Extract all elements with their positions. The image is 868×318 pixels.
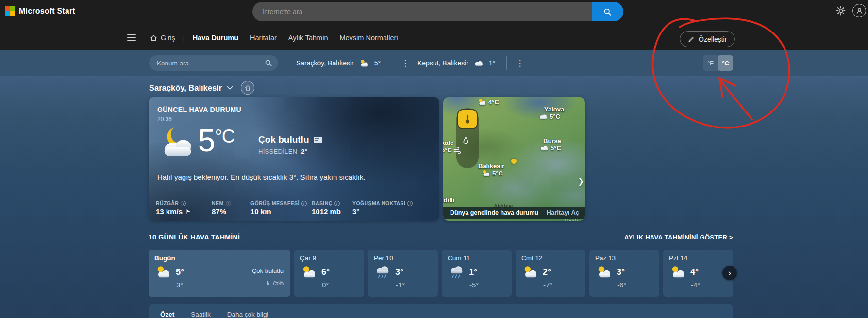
sun-cloud-icon xyxy=(595,265,613,279)
forecast-next-button[interactable]: › xyxy=(722,266,737,280)
web-search-input[interactable] xyxy=(252,2,592,21)
open-map-link[interactable]: Haritayı Aç xyxy=(547,209,579,216)
customize-button[interactable]: Özelleştir xyxy=(680,31,735,47)
pinned-location-name: Saraçköy, Balıkesir xyxy=(296,59,354,67)
sun-cloud-icon xyxy=(154,265,172,279)
forecast-day[interactable]: Çar 9 6° 0° xyxy=(294,250,364,297)
web-search-button[interactable] xyxy=(592,2,623,21)
unit-fahrenheit-button[interactable]: °F xyxy=(703,55,718,71)
wind-direction-icon xyxy=(185,209,191,215)
microsoft-logo-icon xyxy=(5,6,15,16)
nav-divider: | xyxy=(183,34,185,42)
info-icon[interactable]: i xyxy=(301,201,307,206)
map-place-usak: Uşak xyxy=(564,218,578,221)
map-label-bursa: Bursa 5°C xyxy=(539,137,561,152)
location-bar: Saraçköy, Balıkesir 5° ⋮ Kepsut, Balıkes… xyxy=(0,50,868,76)
temperature-layer-button[interactable] xyxy=(457,109,478,129)
pinned-location-name: Kepsut, Balıkesir xyxy=(417,59,468,67)
sun-cloud-icon xyxy=(521,265,539,279)
forecast-day[interactable]: Paz 13 3° -6° xyxy=(589,250,659,297)
kebab-menu-icon[interactable]: ⋮ xyxy=(513,58,527,68)
kebab-menu-icon[interactable]: ⋮ xyxy=(398,58,412,68)
location-search-input[interactable] xyxy=(157,60,265,67)
home-icon xyxy=(150,34,158,42)
home-location-button[interactable] xyxy=(241,81,254,95)
top-app-bar: Microsoft Start Giriş | Hava Durumu Hari… xyxy=(0,0,868,50)
feels-like: HİSSEDİLEN2° xyxy=(258,148,307,155)
sun-dot-icon xyxy=(511,159,517,164)
nav-item-home[interactable]: Giriş xyxy=(150,34,175,42)
gear-icon[interactable] xyxy=(836,6,846,16)
tab-ozet[interactable]: Özet xyxy=(160,311,174,318)
brand-title: Microsoft Start xyxy=(19,7,75,16)
stat-dew-point: YOĞUŞMA NOKTASIi 3° xyxy=(352,200,430,216)
cloud-icon xyxy=(538,113,548,120)
map-footer-text: Dünya genelinde hava durumu xyxy=(450,209,538,216)
droplet-icon xyxy=(266,280,270,286)
precipitation-layer-button[interactable] xyxy=(462,136,469,145)
info-icon[interactable]: i xyxy=(181,201,186,206)
moon-cloud-icon xyxy=(157,126,197,159)
stat-humidity: NEMi 87% xyxy=(212,200,250,216)
forecast-day-today[interactable]: Bugün 5° 3° Çok bulutlu 75% xyxy=(149,250,290,297)
info-icon[interactable]: i xyxy=(226,201,231,206)
pinned-location-temp: 5° xyxy=(374,59,381,67)
map-label-north: 4°C xyxy=(477,98,499,106)
brand[interactable]: Microsoft Start xyxy=(5,6,75,16)
map-label-balikesir: Balıkesir 5°C xyxy=(478,162,504,177)
hamburger-menu-icon[interactable] xyxy=(127,34,136,41)
monthly-forecast-link[interactable]: AYLIK HAVA TAHMİNİNİ GÖSTER > xyxy=(624,234,733,241)
search-icon xyxy=(265,59,272,67)
nav-item-mevsim-normalleri[interactable]: Mevsim Normalleri xyxy=(339,34,398,42)
current-temperature: 5°C xyxy=(198,123,234,159)
nav-item-haritalar[interactable]: Haritalar xyxy=(250,34,277,42)
nav-home-label: Giriş xyxy=(161,34,175,42)
rain-cloud-icon xyxy=(374,265,391,279)
pinned-location-sarackoy[interactable]: Saraçköy, Balıkesir 5° ⋮ xyxy=(296,50,412,76)
divider xyxy=(506,56,507,70)
info-icon[interactable]: i xyxy=(334,201,340,206)
info-icon[interactable]: i xyxy=(407,201,413,206)
nav-item-hava-durumu[interactable]: Hava Durumu xyxy=(193,34,238,42)
current-weather-card[interactable]: GÜNCEL HAVA DURUMU 20:36 5°C Çok bulutlu… xyxy=(149,97,439,221)
weather-alert-icon[interactable] xyxy=(314,137,322,143)
current-weather-title: GÜNCEL HAVA DURUMU xyxy=(157,106,241,113)
current-weather-stats: RÜZGÂRi 13 km/s NEMi 87% GÖRÜŞ MESAFESİi… xyxy=(156,200,430,216)
current-weather-time: 20:36 xyxy=(157,116,172,123)
map-label-canakkale-partial: kale 5°C xyxy=(443,139,462,154)
forecast-day[interactable]: Cmt 12 2° -7° xyxy=(516,250,585,297)
forecast-header: 10 GÜNLÜK HAVA TAHMİNİ AYLIK HAVA TAHMİN… xyxy=(149,233,733,241)
stat-visibility: GÖRÜŞ MESAFESİi 10 km xyxy=(250,200,312,216)
cloud-icon xyxy=(473,59,484,67)
home-icon xyxy=(244,84,251,92)
main-content: Saraçköy, Balıkesir GÜNCEL HAVA DURUMU 2… xyxy=(0,76,868,318)
weather-nav: Giriş | Hava Durumu Haritalar Aylık Tahm… xyxy=(127,30,410,46)
profile-button[interactable] xyxy=(852,4,866,17)
forecast-day[interactable]: Per 10 3° -1° xyxy=(368,250,438,297)
stat-pressure: BASINÇi 1012 mb xyxy=(312,200,352,216)
search-icon xyxy=(603,8,612,16)
map-label-midilli-partial: idilli xyxy=(443,196,454,204)
tab-daha-cok-bilgi[interactable]: Daha çok bilgi xyxy=(227,311,268,318)
map-footer: Dünya genelinde hava durumu Haritayı Aç xyxy=(443,207,585,219)
sun-cloud-icon xyxy=(359,59,369,67)
tab-saatlik[interactable]: Saatlik xyxy=(191,311,211,318)
divider xyxy=(407,56,407,70)
map-layer-toolbar xyxy=(456,108,479,168)
customize-label: Özelleştir xyxy=(699,35,727,43)
chevron-down-icon[interactable] xyxy=(227,86,233,90)
forecast-title: 10 GÜNLÜK HAVA TAHMİNİ xyxy=(149,233,240,241)
precipitation-chance: 75% xyxy=(266,280,284,286)
sun-cloud-icon xyxy=(300,265,317,279)
stat-wind: RÜZGÂRi 13 km/s xyxy=(156,200,212,216)
forecast-day[interactable]: Cum 11 1° -5° xyxy=(442,250,512,297)
thermometer-icon xyxy=(463,114,472,125)
weather-map-card[interactable]: 4°C Yalova 5°C Bursa 5°C Balıkesir 5°C k… xyxy=(443,97,585,221)
weather-summary: Hafif yağış bekleniyor. En düşük sıcaklı… xyxy=(157,173,366,181)
map-chevron-right-icon: ❯ xyxy=(578,177,584,186)
sun-cloud-icon xyxy=(477,98,487,106)
pinned-location-kepsut[interactable]: Kepsut, Balıkesir 1° ⋮ xyxy=(417,50,527,76)
nav-item-aylik-tahmin[interactable]: Aylık Tahmin xyxy=(288,34,328,42)
unit-celsius-button[interactable]: °C xyxy=(718,55,733,71)
forecast-day-row: Bugün 5° 3° Çok bulutlu 75% Çar 9 6° 0° xyxy=(149,250,733,297)
